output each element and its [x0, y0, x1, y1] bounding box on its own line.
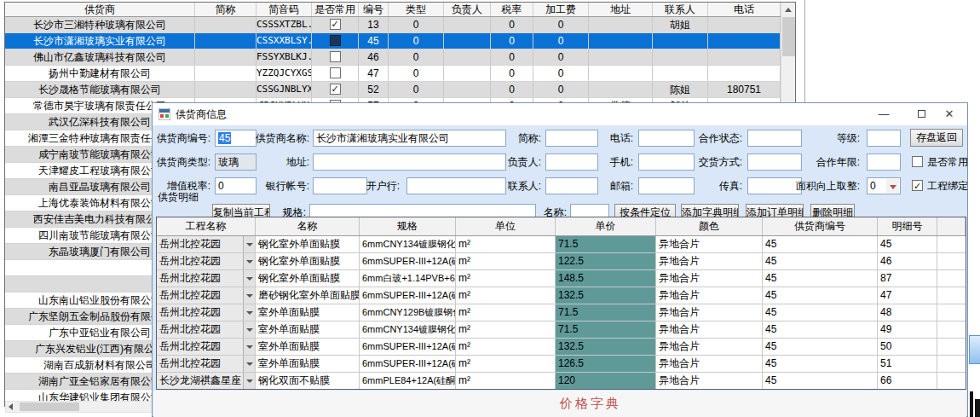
supplier-row[interactable]: 长沙市三湘特种玻璃有限公司CSSSXTZBL..✓13000胡姐: [5, 17, 781, 33]
supplier-type-input[interactable]: 玻璃: [215, 153, 257, 171]
manager-input[interactable]: [545, 153, 598, 171]
supplier-no-input[interactable]: 45: [215, 130, 257, 147]
detail-cell[interactable]: 岳州北控花园: [157, 321, 256, 338]
supplier-name-input[interactable]: 长沙市潇湘玻璃实业有限公司: [313, 130, 506, 147]
bank-account-label: 银行帐号:: [253, 177, 309, 194]
phone-input[interactable]: [638, 130, 695, 147]
dialog-titlebar[interactable]: 供货商信息 — ✕: [153, 103, 967, 125]
scrollbar-thumb[interactable]: [782, 17, 795, 56]
detail-cell: 异地合片: [656, 270, 763, 287]
chevron-down-icon[interactable]: [243, 373, 255, 389]
chevron-down-icon[interactable]: [243, 304, 255, 321]
detail-row[interactable]: 长沙龙湖祺鑫星座钢化双面不贴膜6mmPLE84+12A(硅酮胶...m²120异…: [157, 373, 966, 390]
column-header[interactable]: 地址: [589, 3, 653, 16]
detail-cell: 6mmSUPER-III+12A(硅...: [360, 253, 456, 269]
common-checkbox[interactable]: [330, 51, 341, 62]
detail-cell[interactable]: 岳州北控花园: [157, 356, 256, 372]
detail-cell[interactable]: 岳州北控花园: [157, 270, 256, 287]
detail-row[interactable]: 岳州北控花园钢化室外单面贴膜6mmSUPER-III+12A(硅...m²122…: [157, 253, 966, 270]
save-return-button[interactable]: 存盘返回: [910, 129, 963, 147]
detail-row[interactable]: 岳州北控花园钢化室外单面贴膜6mm白玻+1.14PVB+6mm...m²148.…: [157, 270, 966, 287]
detail-cell[interactable]: 岳州北控花园: [157, 253, 256, 269]
detail-row[interactable]: 岳州北控花园室外单面贴膜6mmCNY129B镀膜钢化m²71.5异地合片4548: [157, 304, 966, 321]
chevron-down-icon[interactable]: [243, 270, 255, 287]
chevron-down-icon[interactable]: [243, 356, 255, 372]
supplier-cell: [195, 66, 257, 81]
detail-cell: [937, 321, 966, 338]
close-button[interactable]: ✕: [931, 103, 968, 125]
chevron-down-icon[interactable]: [243, 236, 255, 252]
scroll-left-icon[interactable]: [6, 402, 19, 412]
supplier-cell: 扬州中勤建材有限公司: [5, 66, 195, 81]
address-input[interactable]: [313, 153, 506, 171]
mobile-input[interactable]: [638, 153, 695, 171]
common-checkbox[interactable]: [330, 35, 341, 46]
detail-cell[interactable]: 岳州北控花园: [157, 304, 256, 321]
chevron-down-icon[interactable]: [243, 339, 255, 355]
detail-cell: 148.5: [556, 270, 656, 287]
common-checkbox[interactable]: ✓: [330, 19, 341, 30]
detail-row[interactable]: 岳州北控花园室外单面贴膜6mmCNY134镀膜钢化m²71.5异地合片4549: [157, 321, 966, 339]
column-header[interactable]: 加工费: [533, 3, 589, 16]
address-label: 地址:: [253, 153, 309, 171]
project-bind-label: 工程绑定: [927, 177, 978, 194]
column-header[interactable]: 税率: [491, 3, 533, 16]
vat-input[interactable]: 0: [215, 177, 257, 194]
supplier-row[interactable]: 长沙市潇湘玻璃实业有限公司CSSXXBLSY..45000: [5, 33, 781, 49]
contact-input[interactable]: [545, 177, 598, 194]
is-common-checkbox[interactable]: [912, 156, 923, 167]
common-checkbox[interactable]: ✓: [330, 84, 341, 95]
column-header[interactable]: 联系人: [653, 3, 708, 16]
detail-cell: 室外单面贴膜: [256, 304, 360, 321]
supplier-row[interactable]: 扬州中勤建材有限公司YZZQJCYXGS47000: [5, 66, 781, 82]
bank-account-input[interactable]: [313, 177, 367, 194]
detail-row[interactable]: 岳州北控花园钢化室外单面贴膜6mmCNY134镀膜钢化m²71.5异地合片454…: [157, 236, 966, 253]
coop-years-input[interactable]: [867, 153, 901, 171]
minimize-icon: —: [879, 107, 890, 120]
delivery-input[interactable]: [747, 153, 802, 171]
detail-cell[interactable]: 长沙龙湖祺鑫星座: [157, 373, 256, 389]
detail-cell[interactable]: 岳州北控花园: [157, 236, 256, 252]
scrollbar-thumb[interactable]: [20, 403, 79, 411]
coop-state-input[interactable]: [747, 130, 802, 147]
detail-column-header: [937, 217, 966, 235]
column-header[interactable]: 供货商: [5, 3, 195, 16]
chevron-down-icon[interactable]: [886, 179, 899, 193]
detail-cell: 异地合片: [656, 253, 763, 269]
selected-text: 45: [218, 132, 231, 144]
detail-row[interactable]: 岳州北控花园室外单面贴膜6mmSUPER-III+12A(硅...m²132.5…: [157, 339, 966, 356]
scroll-up-icon[interactable]: [781, 3, 795, 16]
supplier-cell: [444, 49, 491, 65]
detail-cell[interactable]: 岳州北控花园: [157, 339, 256, 355]
column-header[interactable]: 简音码: [257, 3, 312, 16]
area-round-combobox[interactable]: 0: [867, 177, 901, 194]
column-header[interactable]: 电话: [708, 3, 781, 16]
supplier-row[interactable]: 佛山市亿鑫玻璃科技有限公司FSSYXBLKJ..46000: [5, 49, 781, 66]
supplier-cell: 45: [359, 33, 389, 49]
detail-row[interactable]: 岳州北控花园室外单面贴膜6mmSUPER-III+12A(硅...m²126.5…: [157, 356, 966, 373]
minimize-button[interactable]: —: [865, 103, 902, 125]
email-input[interactable]: [638, 177, 695, 194]
detail-cell: 122.5: [556, 253, 656, 269]
column-header[interactable]: 类型: [389, 3, 444, 16]
grade-input[interactable]: [867, 130, 901, 147]
detail-cell: 异地合片: [656, 287, 763, 304]
column-header[interactable]: 编号: [359, 3, 389, 16]
column-header[interactable]: 是否常用: [312, 3, 359, 16]
detail-row[interactable]: 岳州北控花园磨砂钢化室外单面贴膜6mmSUPER-III+12A(硅...m²1…: [157, 287, 966, 304]
column-header[interactable]: 负责人: [444, 3, 491, 16]
supplier-row[interactable]: 长沙晟格节能玻璃有限公司CSSGJNBLYXGS✓52000陈姐180751: [5, 82, 781, 98]
column-header[interactable]: 简称: [195, 3, 257, 16]
supplier-cell: [444, 82, 491, 97]
chevron-down-icon[interactable]: [243, 287, 255, 304]
bank-input[interactable]: [406, 177, 506, 194]
short-name-input[interactable]: [545, 130, 598, 147]
chevron-down-icon[interactable]: [243, 253, 255, 269]
project-combo-value: 岳州北控花园: [157, 304, 243, 321]
common-checkbox[interactable]: [330, 67, 341, 78]
supplier-cell: [444, 33, 491, 49]
supplier-cell: [312, 66, 359, 81]
project-bind-checkbox[interactable]: ✓: [912, 180, 923, 191]
detail-cell[interactable]: 岳州北控花园: [157, 287, 256, 304]
chevron-down-icon[interactable]: [243, 321, 255, 338]
